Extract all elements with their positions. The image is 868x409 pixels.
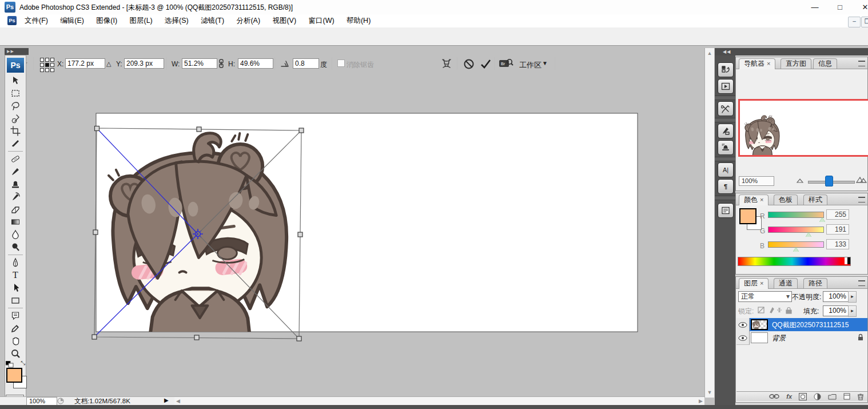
spectrum-black[interactable] <box>847 257 850 264</box>
panel-dock-collapse-button[interactable]: ◀◀ <box>715 48 868 55</box>
adjustment-layer-icon[interactable] <box>814 393 821 400</box>
dock-separator <box>715 118 735 122</box>
layer-row-background[interactable]: 背景 <box>736 331 867 344</box>
close-tab-icon[interactable]: × <box>760 280 763 287</box>
character-panel-icon[interactable]: A| <box>718 162 734 177</box>
menu-select[interactable]: 选择(S) <box>160 14 194 27</box>
visibility-toggle[interactable] <box>736 318 750 332</box>
link-layers-icon[interactable] <box>769 394 779 399</box>
scroll-down-icon[interactable]: ▼ <box>705 388 714 396</box>
menu-image[interactable]: 图像(I) <box>91 14 122 27</box>
layer-comps-panel-icon[interactable] <box>718 203 734 218</box>
foreground-color-well[interactable] <box>739 208 756 224</box>
navigator-zoom-field[interactable]: 100% <box>739 176 774 186</box>
layer-name[interactable]: 背景 <box>772 333 786 343</box>
menu-items: 文件(F) 编辑(E) 图像(I) 图层(L) 选择(S) 滤镜(T) 分析(A… <box>19 14 376 27</box>
photoshop-app-icon: Ps <box>5 2 15 13</box>
tab-swatches[interactable]: 色板 <box>774 194 798 205</box>
panel-menu-icon[interactable] <box>858 61 865 66</box>
add-mask-icon[interactable] <box>799 393 807 400</box>
lock-buttons[interactable] <box>758 305 794 315</box>
window-bottom-edge <box>0 405 868 409</box>
tab-navigator[interactable]: 导航器× <box>739 58 775 69</box>
navigator-preview[interactable] <box>738 99 868 157</box>
tool-presets-panel-icon[interactable] <box>718 101 734 116</box>
menu-analysis[interactable]: 分析(A) <box>231 14 265 27</box>
history-panel-icon[interactable] <box>718 62 734 77</box>
fill-spinner[interactable]: ▸ <box>848 305 857 317</box>
panel-menu-icon[interactable] <box>858 280 865 286</box>
tab-layers[interactable]: 图层× <box>739 278 769 289</box>
navigator-tab-row: 导航器× 直方图 信息 <box>736 57 867 69</box>
opacity-spinner[interactable]: ▸ <box>848 291 857 303</box>
blue-value[interactable]: 133 <box>826 239 849 249</box>
delete-layer-icon[interactable] <box>857 393 864 400</box>
tab-channels[interactable]: 通道 <box>774 278 798 288</box>
green-slider-thumb[interactable] <box>806 232 811 237</box>
dock-separator <box>715 96 735 100</box>
tab-paths[interactable]: 路径 <box>803 278 827 288</box>
layer-thumbnail[interactable] <box>751 319 768 330</box>
menu-filter[interactable]: 滤镜(T) <box>196 14 229 27</box>
tab-color[interactable]: 颜色× <box>739 194 769 205</box>
color-spectrum-ramp[interactable] <box>738 257 851 266</box>
clone-source-panel-icon[interactable] <box>718 140 734 155</box>
new-layer-icon[interactable] <box>843 393 850 400</box>
tab-histogram[interactable]: 直方图 <box>781 58 811 69</box>
green-slider[interactable] <box>768 227 824 233</box>
menu-file[interactable]: 文件(F) <box>19 14 53 27</box>
layer-thumbnail[interactable] <box>751 332 768 343</box>
navigator-slider-thumb[interactable] <box>825 176 833 186</box>
scroll-left-icon[interactable]: ◀ <box>176 397 180 405</box>
color-panel-group: 颜色× 色板 样式 R 255 G 191 B 133 <box>735 193 868 275</box>
menu-view[interactable]: 视图(V) <box>267 14 301 27</box>
tab-styles[interactable]: 样式 <box>803 194 827 205</box>
actions-panel-icon[interactable] <box>718 79 734 94</box>
opacity-label: 不透明度: <box>792 292 821 302</box>
vertical-scrollbar[interactable]: ▲ ▼ <box>704 48 714 398</box>
timing-icon <box>57 398 64 404</box>
menu-window[interactable]: 窗口(W) <box>303 14 339 27</box>
panel-dock-strip: A| ¶ <box>715 55 735 405</box>
color-tab-row: 颜色× 色板 样式 <box>736 193 867 205</box>
scroll-right-icon[interactable]: ▶ <box>699 397 703 405</box>
opacity-value[interactable]: 100% <box>823 291 849 302</box>
horizontal-scrollbar[interactable]: ◀ ▶ <box>174 396 704 406</box>
layer-row-qq[interactable]: QQ截图20250731112515 <box>736 318 867 331</box>
menu-edit[interactable]: 编辑(E) <box>55 14 89 27</box>
new-group-icon[interactable] <box>828 394 837 400</box>
brushes-panel-icon[interactable] <box>718 124 734 138</box>
fill-value[interactable]: 100% <box>823 305 849 316</box>
close-tab-icon[interactable]: × <box>760 196 763 203</box>
tab-info[interactable]: 信息 <box>813 58 837 69</box>
red-slider-thumb[interactable] <box>819 217 825 222</box>
close-tab-icon[interactable]: × <box>767 60 770 67</box>
dock-separator <box>715 157 735 161</box>
zoom-out-icon[interactable] <box>797 178 805 183</box>
maximize-button[interactable]: □ <box>830 0 850 14</box>
menu-layer[interactable]: 图层(L) <box>124 14 157 27</box>
close-button[interactable]: ✕ <box>855 0 868 14</box>
visibility-toggle[interactable] <box>736 331 750 345</box>
doc-restore-button[interactable]: ❒ <box>861 17 868 27</box>
blend-mode-dropdown[interactable]: 正常 ▾ <box>738 291 792 302</box>
minimize-button[interactable]: — <box>805 0 825 14</box>
blue-slider-thumb[interactable] <box>793 247 799 252</box>
layer-style-icon[interactable]: fx <box>786 393 792 400</box>
panels-column: 导航器× 直方图 信息 100% 颜色× 色板 样式 <box>735 55 868 405</box>
menu-bar: Ps 文件(F) 编辑(E) 图像(I) 图层(L) 选择(S) 滤镜(T) 分… <box>0 14 868 28</box>
status-menu-arrow[interactable]: ▶ <box>164 397 169 403</box>
scroll-up-icon[interactable]: ▲ <box>705 49 714 57</box>
navigator-panel-group: 导航器× 直方图 信息 100% <box>735 57 868 191</box>
green-value[interactable]: 191 <box>826 224 849 235</box>
red-slider[interactable] <box>768 212 824 218</box>
panel-menu-icon[interactable] <box>858 197 865 202</box>
zoom-in-icon[interactable] <box>856 176 867 183</box>
menu-help[interactable]: 帮助(H) <box>341 14 376 27</box>
green-channel-label: G <box>760 227 765 235</box>
paragraph-panel-icon[interactable]: ¶ <box>718 179 734 194</box>
zoom-level-field[interactable]: 100% <box>26 397 57 406</box>
red-value[interactable]: 255 <box>826 209 849 220</box>
doc-minimize-button[interactable]: – <box>848 17 861 27</box>
layer-name[interactable]: QQ截图20250731112515 <box>772 320 849 330</box>
